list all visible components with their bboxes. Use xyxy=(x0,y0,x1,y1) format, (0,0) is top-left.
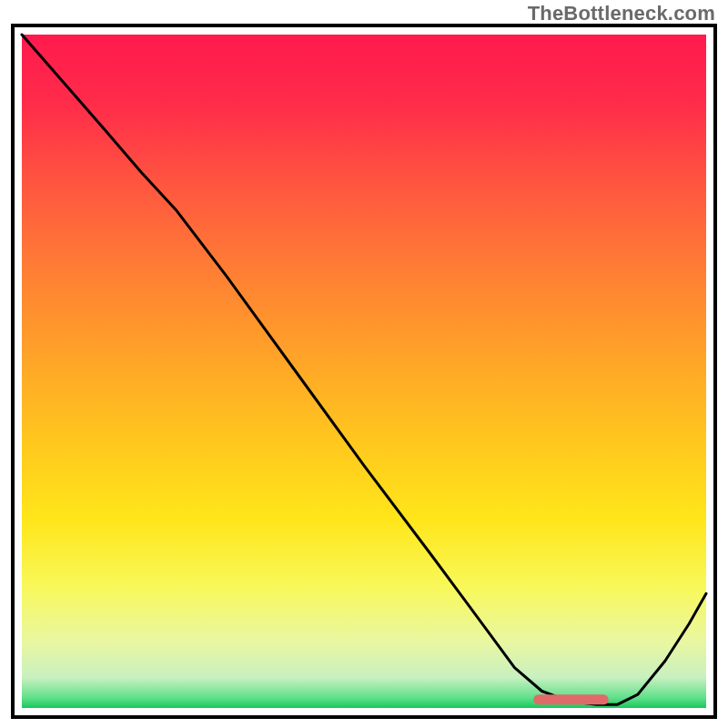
bottleneck-chart xyxy=(0,0,728,728)
plot-background xyxy=(22,35,706,708)
